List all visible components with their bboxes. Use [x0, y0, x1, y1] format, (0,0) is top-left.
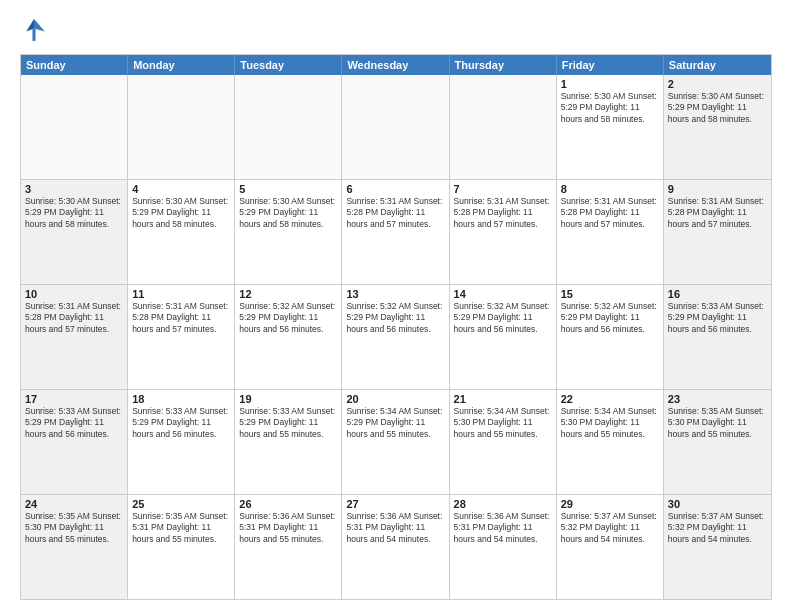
calendar-cell — [450, 75, 557, 179]
calendar-cell: 29Sunrise: 5:37 AM Sunset: 5:32 PM Dayli… — [557, 495, 664, 599]
day-info: Sunrise: 5:35 AM Sunset: 5:30 PM Dayligh… — [668, 406, 767, 440]
calendar-cell — [342, 75, 449, 179]
day-info: Sunrise: 5:30 AM Sunset: 5:29 PM Dayligh… — [668, 91, 767, 125]
page-header — [20, 16, 772, 44]
day-info: Sunrise: 5:30 AM Sunset: 5:29 PM Dayligh… — [25, 196, 123, 230]
day-info: Sunrise: 5:36 AM Sunset: 5:31 PM Dayligh… — [239, 511, 337, 545]
day-number: 11 — [132, 288, 230, 300]
day-number: 4 — [132, 183, 230, 195]
calendar-cell: 26Sunrise: 5:36 AM Sunset: 5:31 PM Dayli… — [235, 495, 342, 599]
day-number: 16 — [668, 288, 767, 300]
calendar-cell: 6Sunrise: 5:31 AM Sunset: 5:28 PM Daylig… — [342, 180, 449, 284]
day-number: 12 — [239, 288, 337, 300]
day-number: 29 — [561, 498, 659, 510]
day-number: 10 — [25, 288, 123, 300]
calendar-cell: 30Sunrise: 5:37 AM Sunset: 5:32 PM Dayli… — [664, 495, 771, 599]
day-info: Sunrise: 5:33 AM Sunset: 5:29 PM Dayligh… — [25, 406, 123, 440]
day-info: Sunrise: 5:34 AM Sunset: 5:29 PM Dayligh… — [346, 406, 444, 440]
calendar-row: 24Sunrise: 5:35 AM Sunset: 5:30 PM Dayli… — [21, 494, 771, 599]
calendar-cell: 9Sunrise: 5:31 AM Sunset: 5:28 PM Daylig… — [664, 180, 771, 284]
svg-marker-0 — [34, 19, 45, 31]
weekday-header: Monday — [128, 55, 235, 75]
calendar-cell: 15Sunrise: 5:32 AM Sunset: 5:29 PM Dayli… — [557, 285, 664, 389]
day-info: Sunrise: 5:31 AM Sunset: 5:28 PM Dayligh… — [25, 301, 123, 335]
calendar-cell: 1Sunrise: 5:30 AM Sunset: 5:29 PM Daylig… — [557, 75, 664, 179]
calendar-header: SundayMondayTuesdayWednesdayThursdayFrid… — [21, 55, 771, 75]
calendar-cell: 3Sunrise: 5:30 AM Sunset: 5:29 PM Daylig… — [21, 180, 128, 284]
day-info: Sunrise: 5:35 AM Sunset: 5:30 PM Dayligh… — [25, 511, 123, 545]
day-info: Sunrise: 5:30 AM Sunset: 5:29 PM Dayligh… — [132, 196, 230, 230]
day-number: 19 — [239, 393, 337, 405]
day-number: 26 — [239, 498, 337, 510]
calendar-cell: 5Sunrise: 5:30 AM Sunset: 5:29 PM Daylig… — [235, 180, 342, 284]
calendar-cell: 24Sunrise: 5:35 AM Sunset: 5:30 PM Dayli… — [21, 495, 128, 599]
logo-icon — [20, 16, 48, 44]
calendar-cell — [235, 75, 342, 179]
day-info: Sunrise: 5:36 AM Sunset: 5:31 PM Dayligh… — [454, 511, 552, 545]
day-info: Sunrise: 5:33 AM Sunset: 5:29 PM Dayligh… — [668, 301, 767, 335]
weekday-header: Sunday — [21, 55, 128, 75]
calendar-cell: 8Sunrise: 5:31 AM Sunset: 5:28 PM Daylig… — [557, 180, 664, 284]
weekday-header: Wednesday — [342, 55, 449, 75]
calendar-cell: 12Sunrise: 5:32 AM Sunset: 5:29 PM Dayli… — [235, 285, 342, 389]
day-number: 20 — [346, 393, 444, 405]
calendar-row: 10Sunrise: 5:31 AM Sunset: 5:28 PM Dayli… — [21, 284, 771, 389]
calendar: SundayMondayTuesdayWednesdayThursdayFrid… — [20, 54, 772, 600]
day-info: Sunrise: 5:32 AM Sunset: 5:29 PM Dayligh… — [239, 301, 337, 335]
day-info: Sunrise: 5:31 AM Sunset: 5:28 PM Dayligh… — [454, 196, 552, 230]
day-number: 25 — [132, 498, 230, 510]
day-number: 23 — [668, 393, 767, 405]
day-info: Sunrise: 5:37 AM Sunset: 5:32 PM Dayligh… — [668, 511, 767, 545]
day-info: Sunrise: 5:32 AM Sunset: 5:29 PM Dayligh… — [561, 301, 659, 335]
calendar-cell: 28Sunrise: 5:36 AM Sunset: 5:31 PM Dayli… — [450, 495, 557, 599]
logo — [20, 16, 52, 44]
day-number: 7 — [454, 183, 552, 195]
day-info: Sunrise: 5:33 AM Sunset: 5:29 PM Dayligh… — [132, 406, 230, 440]
day-info: Sunrise: 5:30 AM Sunset: 5:29 PM Dayligh… — [239, 196, 337, 230]
weekday-header: Saturday — [664, 55, 771, 75]
calendar-cell: 19Sunrise: 5:33 AM Sunset: 5:29 PM Dayli… — [235, 390, 342, 494]
day-number: 22 — [561, 393, 659, 405]
day-info: Sunrise: 5:31 AM Sunset: 5:28 PM Dayligh… — [668, 196, 767, 230]
day-number: 14 — [454, 288, 552, 300]
calendar-cell: 17Sunrise: 5:33 AM Sunset: 5:29 PM Dayli… — [21, 390, 128, 494]
day-number: 6 — [346, 183, 444, 195]
day-number: 21 — [454, 393, 552, 405]
day-number: 13 — [346, 288, 444, 300]
calendar-cell — [21, 75, 128, 179]
day-number: 18 — [132, 393, 230, 405]
day-info: Sunrise: 5:31 AM Sunset: 5:28 PM Dayligh… — [346, 196, 444, 230]
day-info: Sunrise: 5:36 AM Sunset: 5:31 PM Dayligh… — [346, 511, 444, 545]
day-info: Sunrise: 5:31 AM Sunset: 5:28 PM Dayligh… — [561, 196, 659, 230]
calendar-cell: 2Sunrise: 5:30 AM Sunset: 5:29 PM Daylig… — [664, 75, 771, 179]
day-info: Sunrise: 5:35 AM Sunset: 5:31 PM Dayligh… — [132, 511, 230, 545]
day-info: Sunrise: 5:30 AM Sunset: 5:29 PM Dayligh… — [561, 91, 659, 125]
calendar-cell — [128, 75, 235, 179]
calendar-cell: 18Sunrise: 5:33 AM Sunset: 5:29 PM Dayli… — [128, 390, 235, 494]
day-info: Sunrise: 5:32 AM Sunset: 5:29 PM Dayligh… — [346, 301, 444, 335]
day-number: 30 — [668, 498, 767, 510]
day-number: 2 — [668, 78, 767, 90]
calendar-cell: 20Sunrise: 5:34 AM Sunset: 5:29 PM Dayli… — [342, 390, 449, 494]
calendar-cell: 16Sunrise: 5:33 AM Sunset: 5:29 PM Dayli… — [664, 285, 771, 389]
calendar-cell: 27Sunrise: 5:36 AM Sunset: 5:31 PM Dayli… — [342, 495, 449, 599]
day-number: 27 — [346, 498, 444, 510]
calendar-cell: 7Sunrise: 5:31 AM Sunset: 5:28 PM Daylig… — [450, 180, 557, 284]
day-number: 1 — [561, 78, 659, 90]
calendar-cell: 10Sunrise: 5:31 AM Sunset: 5:28 PM Dayli… — [21, 285, 128, 389]
day-info: Sunrise: 5:32 AM Sunset: 5:29 PM Dayligh… — [454, 301, 552, 335]
calendar-body: 1Sunrise: 5:30 AM Sunset: 5:29 PM Daylig… — [21, 75, 771, 599]
day-number: 24 — [25, 498, 123, 510]
calendar-cell: 25Sunrise: 5:35 AM Sunset: 5:31 PM Dayli… — [128, 495, 235, 599]
calendar-cell: 4Sunrise: 5:30 AM Sunset: 5:29 PM Daylig… — [128, 180, 235, 284]
day-info: Sunrise: 5:34 AM Sunset: 5:30 PM Dayligh… — [454, 406, 552, 440]
day-number: 8 — [561, 183, 659, 195]
day-number: 28 — [454, 498, 552, 510]
calendar-cell: 11Sunrise: 5:31 AM Sunset: 5:28 PM Dayli… — [128, 285, 235, 389]
day-number: 15 — [561, 288, 659, 300]
day-number: 5 — [239, 183, 337, 195]
weekday-header: Thursday — [450, 55, 557, 75]
day-info: Sunrise: 5:33 AM Sunset: 5:29 PM Dayligh… — [239, 406, 337, 440]
day-info: Sunrise: 5:37 AM Sunset: 5:32 PM Dayligh… — [561, 511, 659, 545]
calendar-cell: 23Sunrise: 5:35 AM Sunset: 5:30 PM Dayli… — [664, 390, 771, 494]
